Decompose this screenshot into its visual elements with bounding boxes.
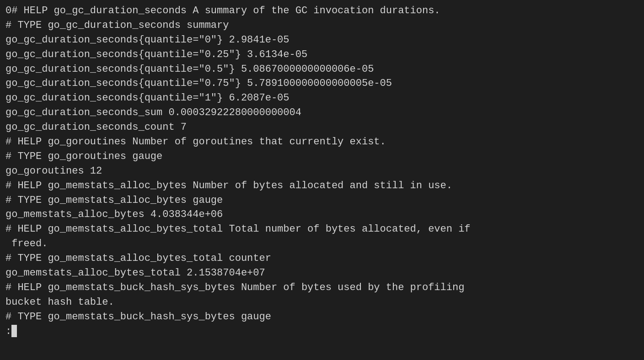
terminal-line: go_memstats_alloc_bytes_total 2.1538704e…	[5, 266, 639, 281]
terminal-line: # TYPE go_memstats_buck_hash_sys_bytes g…	[5, 310, 639, 324]
terminal-line: go_gc_duration_seconds{quantile="1"} 6.2…	[5, 91, 639, 106]
terminal-line: go_gc_duration_seconds_sum 0.00032922280…	[5, 106, 639, 120]
terminal-line: :	[5, 324, 639, 339]
terminal-line: 0# HELP go_gc_duration_seconds A summary…	[5, 4, 639, 18]
terminal-line: # TYPE go_goroutines gauge	[5, 149, 639, 164]
terminal-line: bucket hash table.	[5, 295, 639, 310]
terminal-line: # HELP go_memstats_alloc_bytes Number of…	[5, 179, 639, 193]
terminal-line: freed.	[5, 237, 639, 251]
terminal-line: # TYPE go_memstats_alloc_bytes_total cou…	[5, 251, 639, 266]
terminal-line: # HELP go_goroutines Number of goroutine…	[5, 135, 639, 149]
terminal-line: go_gc_duration_seconds_count 7	[5, 120, 639, 135]
terminal-line: # HELP go_memstats_alloc_bytes_total Tot…	[5, 222, 639, 237]
terminal-line: go_memstats_alloc_bytes 4.038344e+06	[5, 207, 639, 222]
terminal-line: go_gc_duration_seconds{quantile="0"} 2.9…	[5, 33, 639, 48]
terminal-line: # HELP go_memstats_buck_hash_sys_bytes N…	[5, 281, 639, 295]
terminal-output: 0# HELP go_gc_duration_seconds A summary…	[5, 4, 639, 339]
terminal-line: go_gc_duration_seconds{quantile="0.25"} …	[5, 48, 639, 62]
terminal-line: go_gc_duration_seconds{quantile="0.75"} …	[5, 76, 639, 91]
terminal-line: go_goroutines 12	[5, 164, 639, 179]
terminal-line: # TYPE go_gc_duration_seconds summary	[5, 18, 639, 33]
terminal-line: # TYPE go_memstats_alloc_bytes gauge	[5, 193, 639, 208]
terminal-line: go_gc_duration_seconds{quantile="0.5"} 5…	[5, 62, 639, 77]
terminal-cursor	[11, 325, 17, 337]
